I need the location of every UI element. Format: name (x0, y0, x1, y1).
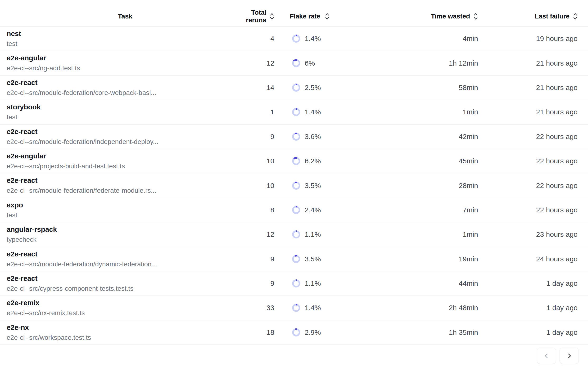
last-failure-cell: 19 hours ago (478, 35, 577, 43)
flake-rate-value: 3.6% (305, 133, 321, 141)
total-reruns-cell: 14 (244, 84, 274, 92)
task-name: e2e-react (7, 176, 244, 184)
total-reruns-cell: 4 (244, 35, 274, 43)
time-wasted-cell: 2h 48min (345, 304, 478, 312)
table-row[interactable]: e2e-angulare2e-ci--src/ng-add.test.ts126… (0, 51, 588, 75)
chevron-right-icon (566, 353, 573, 359)
task-cell: nesttest (7, 30, 244, 48)
task-cell: e2e-reacte2e-ci--src/module-federation/f… (7, 176, 244, 194)
table-row[interactable]: e2e-reacte2e-ci--src/module-federation/i… (0, 125, 588, 149)
task-target: test (7, 211, 244, 219)
table-row[interactable]: e2e-reacte2e-ci--src/module-federation/d… (0, 247, 588, 271)
last-failure-cell: 1 day ago (478, 279, 577, 287)
column-header-last[interactable]: Last failure (478, 12, 577, 21)
task-cell: expotest (7, 201, 244, 219)
last-failure-cell: 24 hours ago (478, 255, 577, 263)
task-cell: e2e-angulare2e-ci--src/ng-add.test.ts (7, 54, 244, 72)
table-row[interactable]: angular-rspacktypecheck121.1%1min23 hour… (0, 222, 588, 247)
task-target: e2e-ci--src/workspace.test.ts (7, 334, 244, 341)
table-row[interactable]: e2e-reacte2e-ci--src/cypress-component-t… (0, 271, 588, 296)
chevron-left-icon (543, 353, 550, 359)
column-header-time[interactable]: Time wasted (345, 12, 478, 21)
flake-rate-donut-icon (292, 230, 300, 239)
column-header-label: Task (118, 12, 132, 20)
last-failure-cell: 21 hours ago (478, 84, 577, 92)
task-name: e2e-angular (7, 54, 244, 62)
total-reruns-cell: 9 (244, 133, 274, 141)
last-failure-cell: 22 hours ago (478, 133, 577, 141)
task-name: e2e-react (7, 274, 244, 282)
task-target: e2e-ci--src/cypress-component-tests.test… (7, 285, 244, 292)
task-target: typecheck (7, 236, 244, 243)
time-wasted-cell: 1h 12min (345, 59, 478, 67)
flake-rate-cell: 2.4% (274, 206, 345, 214)
previous-page-button[interactable] (537, 348, 556, 364)
pagination (0, 348, 588, 364)
table-row[interactable]: storybooktest11.4%1min21 hours ago (0, 100, 588, 124)
flaky-tasks-page: TaskTotal rerunsFlake rateTime wastedLas… (0, 0, 588, 376)
flake-rate-value: 6% (305, 59, 315, 67)
flake-rate-value: 2.5% (305, 84, 321, 92)
last-failure-cell: 1 day ago (478, 304, 577, 312)
flake-rate-cell: 3.5% (274, 255, 345, 263)
task-target: e2e-ci--src/nx-remix.test.ts (7, 309, 244, 317)
flake-rate-donut-icon (292, 279, 300, 287)
flake-rate-donut-icon (292, 157, 300, 165)
total-reruns-cell: 10 (244, 157, 274, 165)
task-cell: e2e-reacte2e-ci--src/module-federation/i… (7, 128, 244, 146)
flake-rate-cell: 1.4% (274, 108, 345, 116)
time-wasted-cell: 4min (345, 35, 478, 43)
flake-rate-value: 6.2% (305, 157, 321, 165)
flake-rate-value: 1.4% (305, 35, 321, 43)
column-header-label: Last failure (535, 12, 569, 20)
task-name: nest (7, 30, 244, 37)
flake-rate-cell: 3.5% (274, 182, 345, 190)
table-body: nesttest41.4%4min19 hours agoe2e-angular… (0, 27, 588, 345)
flake-rate-cell: 6.2% (274, 157, 345, 165)
table-row[interactable]: e2e-nxe2e-ci--src/workspace.test.ts182.9… (0, 320, 588, 345)
sort-icon (573, 12, 577, 21)
flake-rate-cell: 3.6% (274, 133, 345, 141)
total-reruns-cell: 1 (244, 108, 274, 116)
task-name: angular-rspack (7, 225, 244, 233)
column-header-task: Task (7, 12, 244, 20)
flake-rate-donut-icon (292, 35, 300, 43)
flake-rate-donut-icon (292, 206, 300, 214)
task-cell: e2e-nxe2e-ci--src/workspace.test.ts (7, 324, 244, 341)
task-target: e2e-ci--src/module-federation/federate-m… (7, 187, 244, 194)
task-name: expo (7, 201, 244, 209)
flake-rate-donut-icon (292, 59, 300, 67)
task-name: e2e-angular (7, 152, 244, 160)
last-failure-cell: 22 hours ago (478, 157, 577, 165)
flake-rate-cell: 1.4% (274, 35, 345, 43)
flake-rate-value: 1.4% (305, 304, 321, 312)
flake-rate-value: 1.4% (305, 108, 321, 116)
table-row[interactable]: expotest82.4%7min22 hours ago (0, 198, 588, 222)
flake-rate-value: 3.5% (305, 255, 321, 263)
table-row[interactable]: nesttest41.4%4min19 hours ago (0, 27, 588, 51)
task-target: e2e-ci--src/module-federation/core-webpa… (7, 89, 244, 97)
task-cell: e2e-reacte2e-ci--src/module-federation/c… (7, 79, 244, 97)
last-failure-cell: 21 hours ago (478, 59, 577, 67)
next-page-button[interactable] (560, 348, 579, 364)
table-row[interactable]: e2e-reacte2e-ci--src/module-federation/c… (0, 75, 588, 100)
flake-rate-donut-icon (292, 84, 300, 92)
total-reruns-cell: 9 (244, 255, 274, 263)
task-name: e2e-react (7, 128, 244, 136)
column-header-reruns[interactable]: Total reruns (244, 9, 274, 24)
table-row[interactable]: e2e-angulare2e-ci--src/projects-build-an… (0, 149, 588, 173)
task-target: e2e-ci--src/ng-add.test.ts (7, 64, 244, 72)
column-header-label: Flake rate (290, 12, 320, 20)
task-cell: storybooktest (7, 103, 244, 121)
flake-rate-cell: 2.9% (274, 328, 345, 336)
task-cell: e2e-reacte2e-ci--src/cypress-component-t… (7, 274, 244, 292)
table-row[interactable]: e2e-reacte2e-ci--src/module-federation/f… (0, 173, 588, 198)
table-row[interactable]: e2e-remixe2e-ci--src/nx-remix.test.ts331… (0, 296, 588, 320)
flake-rate-value: 1.1% (305, 279, 321, 287)
total-reruns-cell: 10 (244, 182, 274, 190)
flake-rate-cell: 1.4% (274, 304, 345, 312)
task-cell: angular-rspacktypecheck (7, 225, 244, 243)
column-header-flake[interactable]: Flake rate (274, 12, 345, 21)
task-name: e2e-nx (7, 324, 244, 331)
task-cell: e2e-angulare2e-ci--src/projects-build-an… (7, 152, 244, 170)
